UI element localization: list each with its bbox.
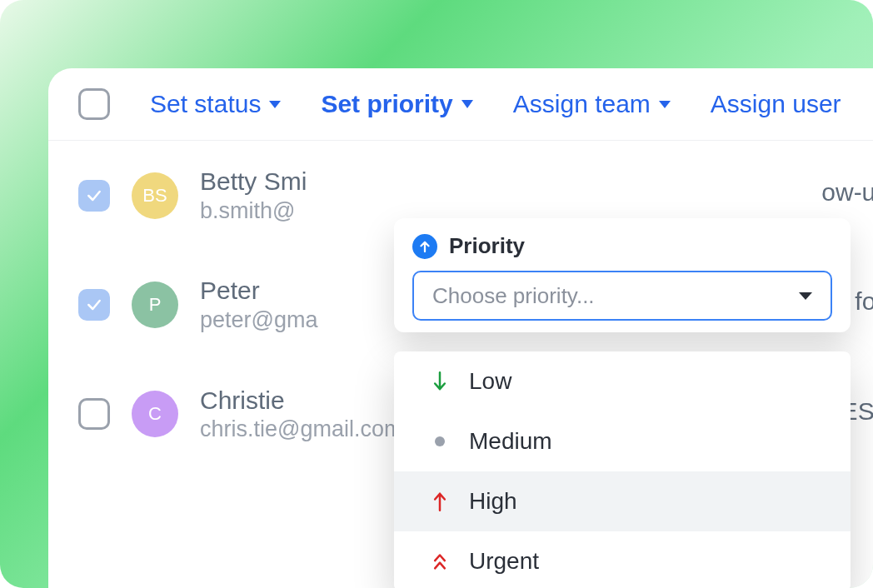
action-assign-team[interactable]: Assign team xyxy=(513,90,671,118)
select-all-checkbox[interactable] xyxy=(78,88,110,120)
option-medium[interactable]: Medium xyxy=(394,411,851,471)
check-icon xyxy=(86,187,102,204)
select-placeholder: Choose priority... xyxy=(432,283,595,309)
action-assign-user[interactable]: Assign user xyxy=(711,90,841,118)
option-label: Medium xyxy=(469,428,552,455)
arrow-up-circle-icon xyxy=(412,234,437,259)
caret-down-icon xyxy=(659,101,671,108)
caret-down-icon xyxy=(269,101,281,108)
option-high[interactable]: High xyxy=(394,471,851,531)
contact-email: peter@gma xyxy=(200,306,317,335)
priority-select[interactable]: Choose priority... xyxy=(412,271,832,321)
subject-fragment: ow-up xyxy=(821,178,873,207)
popover-title: Priority xyxy=(449,233,525,259)
caret-down-icon xyxy=(799,292,812,300)
dot-icon xyxy=(429,436,451,446)
action-label: Assign team xyxy=(513,90,651,118)
action-set-priority[interactable]: Set priority xyxy=(321,90,472,118)
check-icon xyxy=(86,296,102,313)
action-label: Assign user xyxy=(711,90,841,118)
row-checkbox[interactable] xyxy=(78,289,110,321)
arrow-up-icon xyxy=(429,490,451,513)
contact-name: Peter xyxy=(200,275,317,306)
action-set-status[interactable]: Set status xyxy=(150,90,281,118)
row-checkbox[interactable] xyxy=(78,398,110,430)
avatar: P xyxy=(132,282,178,328)
contact-info: Betty Smi b.smith@ xyxy=(200,166,307,225)
action-label: Set priority xyxy=(321,90,452,118)
avatar-initials: C xyxy=(148,403,162,425)
contact-email: b.smith@ xyxy=(200,197,307,226)
option-label: Urgent xyxy=(469,548,539,575)
double-arrow-up-icon xyxy=(429,550,451,573)
option-low[interactable]: Low xyxy=(394,351,851,411)
bulk-action-toolbar: Set status Set priority Assign team Assi… xyxy=(48,68,873,141)
option-label: Low xyxy=(469,368,511,395)
row-checkbox[interactable] xyxy=(78,180,110,212)
action-label: Set status xyxy=(150,90,261,118)
avatar-initials: BS xyxy=(142,185,167,207)
contact-name: Christie xyxy=(200,385,402,416)
avatar-initials: P xyxy=(149,294,162,316)
background: Set status Set priority Assign team Assi… xyxy=(0,0,873,588)
popover-header: Priority xyxy=(394,233,851,271)
contact-name: Betty Smi xyxy=(200,166,307,197)
main-card: Set status Set priority Assign team Assi… xyxy=(48,68,873,588)
avatar: BS xyxy=(132,172,178,219)
caret-down-icon xyxy=(461,100,473,108)
contact-info: Peter peter@gma xyxy=(200,275,317,334)
priority-options: Low Medium High Urgent xyxy=(394,351,851,588)
arrow-down-icon xyxy=(429,370,451,393)
avatar: C xyxy=(132,391,178,437)
contact-info: Christie chris.tie@gmail.com xyxy=(200,385,402,444)
option-label: High xyxy=(469,488,517,515)
option-urgent[interactable]: Urgent xyxy=(394,531,851,588)
priority-popover: Priority Choose priority... xyxy=(394,218,851,332)
contact-email: chris.tie@gmail.com xyxy=(200,416,402,444)
